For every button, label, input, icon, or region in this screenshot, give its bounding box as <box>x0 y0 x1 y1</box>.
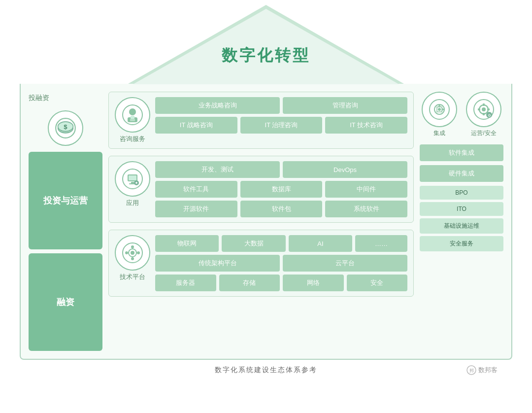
app-row-1: 开发、测试 DevOps <box>155 161 407 178</box>
tech-icon <box>115 235 150 271</box>
consulting-cell-1: 业务战略咨询 <box>155 97 280 114</box>
application-icon <box>115 161 150 197</box>
right-bottom: 软件集成 硬件集成 BPO ITO 基础设施运维 安全服务 <box>420 144 503 251</box>
tech-cell-3: AI <box>289 235 352 252</box>
tech-cell-6: 云平台 <box>283 255 407 272</box>
app-cell-3: 软件工具 <box>155 181 237 198</box>
ops-icon: ⚙ <box>466 92 501 127</box>
left-header: 投融资 <box>29 92 102 104</box>
consulting-label: 咨询服务 <box>120 135 145 143</box>
consulting-section: 咨询服务 业务战略咨询 管理咨询 IT 战略咨询 <box>108 92 414 149</box>
app-cell-8: 系统软件 <box>325 201 407 217</box>
consulting-cell-5: IT 技术咨询 <box>325 117 407 134</box>
tech-cell-2: 大数据 <box>222 235 285 252</box>
hardware-integration-section: 硬件集成 <box>420 165 503 182</box>
application-icon-area: 应用 <box>115 161 150 207</box>
svg-rect-36 <box>483 113 485 115</box>
svg-rect-38 <box>487 108 490 110</box>
svg-point-22 <box>131 257 134 260</box>
app-cell-6: 开源软件 <box>155 201 237 217</box>
application-grid: 开发、测试 DevOps 软件工具 数据库 <box>155 161 407 217</box>
svg-rect-8 <box>131 116 134 119</box>
tech-row-3: 服务器 存储 网络 安全 <box>155 275 407 291</box>
consulting-cell-2: 管理咨询 <box>283 97 407 114</box>
svg-point-20 <box>131 251 134 255</box>
tech-row-2: 传统架构平台 云平台 <box>155 255 407 272</box>
watermark-icon: 邦 <box>466 365 476 375</box>
tech-label: 技术平台 <box>120 273 145 281</box>
app-row-2: 软件工具 数据库 中间件 <box>155 181 407 198</box>
ito-item: ITO <box>420 202 503 216</box>
roof-section: 数字化转型 <box>20 5 512 84</box>
consulting-cell-4: IT 治理咨询 <box>240 117 323 134</box>
right-sub-items: BPO ITO 基础设施运维 安全服务 <box>420 186 503 251</box>
main-body: 投融资 $ $ 投资与运营 融资 <box>20 84 512 360</box>
svg-point-21 <box>131 245 134 248</box>
consulting-icon <box>115 97 150 133</box>
consulting-row-2: IT 战略咨询 IT 治理咨询 IT 技术咨询 <box>155 117 407 134</box>
security-item: 安全服务 <box>420 236 503 251</box>
tech-icon-area: 技术平台 <box>115 235 150 281</box>
app-cell-5: 中间件 <box>325 181 407 198</box>
svg-point-24 <box>137 251 140 254</box>
infra-item: 基础设施运维 <box>420 218 503 234</box>
footer-watermark: 邦 数邦客 <box>466 365 498 375</box>
tech-cell-7: 服务器 <box>155 275 216 291</box>
bpo-item: BPO <box>420 186 503 200</box>
application-section: 应用 开发、测试 DevOps 软件工具 <box>108 156 414 223</box>
integration-icon <box>422 92 457 127</box>
app-row-3: 开源软件 软件包 系统软件 <box>155 201 407 217</box>
roof-triangle <box>128 5 404 84</box>
hardware-integration-title: 硬件集成 <box>420 165 503 182</box>
tech-cell-5: 传统架构平台 <box>155 255 280 272</box>
software-integration-section: 软件集成 <box>420 144 503 161</box>
integration-block: 集成 <box>422 92 457 138</box>
footer-caption: 数字化系统建设生态体系参考 <box>215 366 317 375</box>
svg-rect-9 <box>130 119 135 121</box>
tech-section: 技术平台 物联网 大数据 AI …… <box>108 230 414 297</box>
center-column: 咨询服务 业务战略咨询 管理咨询 IT 战略咨询 <box>108 92 414 351</box>
app-cell-4: 数据库 <box>240 181 323 198</box>
tech-cell-8: 存储 <box>219 275 280 291</box>
svg-text:$: $ <box>64 123 67 131</box>
finance-block: 融资 <box>29 253 102 351</box>
tech-row-1: 物联网 大数据 AI …… <box>155 235 407 252</box>
svg-text:邦: 邦 <box>469 368 474 373</box>
svg-point-31 <box>438 108 441 111</box>
app-cell-1: 开发、测试 <box>155 161 280 178</box>
app-cell-7: 软件包 <box>240 201 323 217</box>
consulting-row-1: 业务战略咨询 管理咨询 <box>155 97 407 114</box>
money-icon: $ $ <box>48 110 83 146</box>
left-column: 投融资 $ $ 投资与运营 融资 <box>29 92 102 351</box>
tech-cell-1: 物联网 <box>155 235 219 252</box>
app-cell-2: DevOps <box>283 161 407 178</box>
left-icon-box: $ $ <box>29 108 102 148</box>
consulting-grid: 业务战略咨询 管理咨询 IT 战略咨询 IT 治理咨询 <box>155 97 407 134</box>
right-top: 集成 ⚙ <box>420 92 503 138</box>
tech-cell-10: 安全 <box>347 275 408 291</box>
invest-block: 投资与运营 <box>29 152 102 249</box>
svg-rect-12 <box>129 175 136 180</box>
right-column: 集成 ⚙ <box>420 92 503 351</box>
software-integration-title: 软件集成 <box>420 144 503 161</box>
ops-block: ⚙ 运营/安全 <box>466 92 501 138</box>
svg-point-6 <box>129 108 136 115</box>
svg-point-34 <box>482 107 486 111</box>
svg-rect-35 <box>483 103 485 106</box>
ops-label: 运营/安全 <box>471 129 496 138</box>
consulting-icon-area: 咨询服务 <box>115 97 150 143</box>
tech-cell-4: …… <box>355 235 407 252</box>
svg-rect-37 <box>478 108 480 110</box>
integration-label: 集成 <box>433 129 445 138</box>
svg-text:⚙: ⚙ <box>488 113 491 118</box>
footer: 数字化系统建设生态体系参考 邦 数邦客 <box>20 360 512 378</box>
svg-point-23 <box>125 251 128 254</box>
application-label: 应用 <box>126 199 139 207</box>
main-title: 数字化转型 <box>222 45 310 67</box>
tech-grid: 物联网 大数据 AI …… 传统架构 <box>155 235 407 291</box>
tech-cell-9: 网络 <box>283 275 344 291</box>
consulting-cell-3: IT 战略咨询 <box>155 117 237 134</box>
